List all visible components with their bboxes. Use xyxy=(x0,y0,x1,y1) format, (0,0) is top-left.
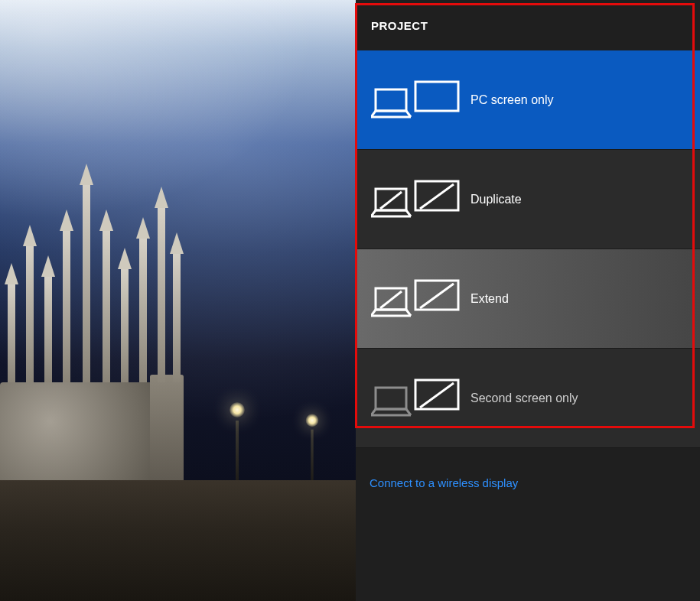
option-label: Extend xyxy=(470,292,509,306)
option-label: Duplicate xyxy=(470,193,522,206)
project-option-duplicate[interactable]: Duplicate xyxy=(356,150,700,249)
project-option-pc-screen-only[interactable]: PC screen only xyxy=(356,50,700,150)
project-option-second-screen-only[interactable]: Second screen only xyxy=(356,349,700,448)
svg-rect-0 xyxy=(376,89,406,111)
project-panel: PROJECT PC screen only xyxy=(356,0,700,601)
project-option-extend[interactable]: Extend xyxy=(356,249,700,349)
svg-rect-9 xyxy=(376,388,406,409)
connect-wireless-display-link[interactable]: Connect to a wireless display xyxy=(370,476,518,489)
desktop-wallpaper xyxy=(0,0,356,601)
option-label: PC screen only xyxy=(470,93,554,107)
option-label: Second screen only xyxy=(470,391,578,405)
duplicate-icon xyxy=(371,177,470,223)
svg-rect-2 xyxy=(415,82,458,111)
pc-screen-only-icon xyxy=(371,77,470,123)
wallpaper-building xyxy=(0,260,214,512)
extend-icon xyxy=(371,276,470,322)
wallpaper-streetlamp xyxy=(230,405,245,480)
panel-title: PROJECT xyxy=(356,0,700,50)
second-screen-only-icon xyxy=(371,375,470,421)
wallpaper-streetlamp xyxy=(306,417,319,480)
